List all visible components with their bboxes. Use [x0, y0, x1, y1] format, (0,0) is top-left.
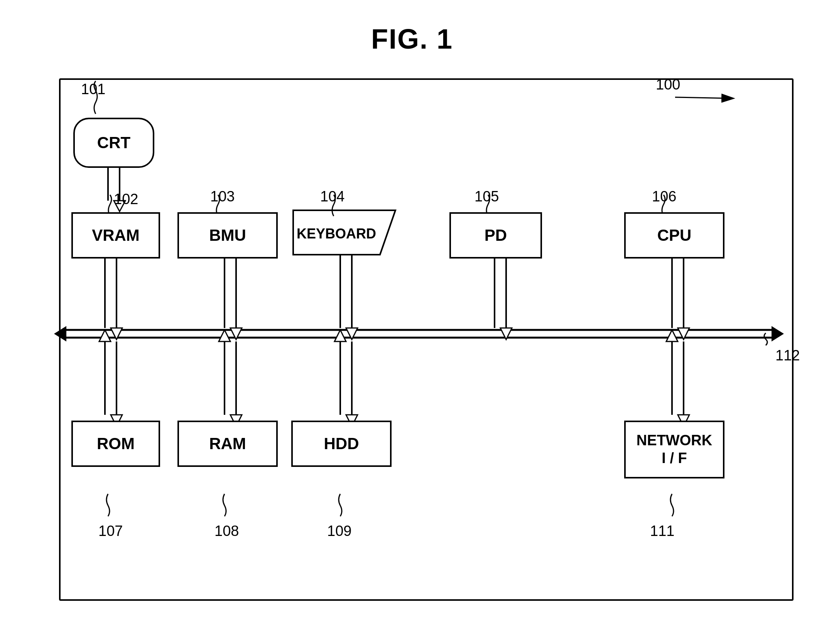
ref-102: 102 — [114, 191, 138, 208]
bmu-component: BMU — [177, 212, 278, 259]
ref-106: 106 — [652, 188, 676, 205]
vram-component: VRAM — [71, 212, 160, 259]
ref-112: 112 — [775, 347, 800, 364]
ref-103: 103 — [210, 188, 235, 205]
ref-104: 104 — [320, 188, 344, 205]
pd-component: PD — [449, 212, 542, 259]
diagram-svg: KEYBOARD — [0, 0, 824, 644]
ram-component: RAM — [177, 421, 278, 467]
cpu-component: CPU — [624, 212, 724, 259]
ref-109: 109 — [327, 523, 351, 539]
svg-line-5 — [675, 97, 733, 98]
ref-107: 107 — [98, 523, 123, 539]
svg-text:KEYBOARD: KEYBOARD — [297, 226, 376, 242]
ref-108: 108 — [214, 523, 239, 539]
svg-marker-47 — [666, 330, 678, 341]
svg-marker-43 — [334, 330, 346, 341]
rom-component: ROM — [71, 421, 160, 467]
network-component: NETWORK I / F — [624, 421, 724, 478]
svg-marker-35 — [99, 330, 111, 341]
ref-101: 101 — [81, 81, 105, 98]
hdd-component: HDD — [291, 421, 392, 467]
svg-marker-13 — [772, 326, 784, 341]
ref-111: 111 — [650, 523, 674, 539]
diagram: FIG. 1 100 — [0, 0, 824, 644]
svg-rect-4 — [60, 79, 793, 600]
crt-component: CRT — [73, 118, 154, 168]
svg-marker-39 — [219, 330, 230, 341]
ref-105: 105 — [474, 188, 499, 205]
